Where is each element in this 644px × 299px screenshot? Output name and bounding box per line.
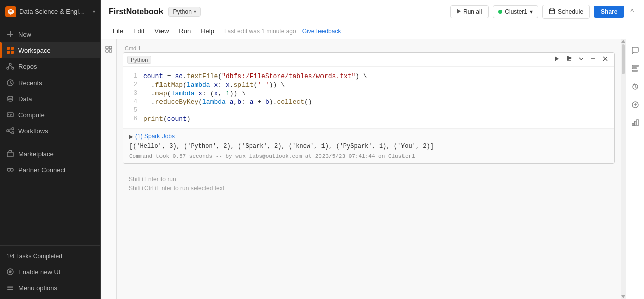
cell-1-code[interactable]: 1 count = sc.textFile("dbfs:/FileStore/t… [123,67,614,128]
cell-hint-area: Shift+Enter to run Shift+Ctrl+Enter to r… [117,170,621,200]
share-label: Share [601,8,617,15]
cell-run-below-button[interactable] [564,55,574,64]
svg-line-22 [9,129,11,131]
sidebar-item-workspace-label: Workspace [18,47,51,54]
sidebar-bottom: 1/4 Tasks Completed Enable new UI Menu o… [0,245,100,299]
partner-connect-icon [6,166,14,174]
svg-rect-6 [7,51,10,54]
sidebar-item-workspace[interactable]: Workspace [0,42,100,58]
run-all-button[interactable]: Run all [450,5,489,18]
svg-rect-29 [7,286,13,287]
header-actions: Run all Cluster1 ▾ Schedule Share ^ [450,5,636,19]
svg-rect-24 [7,152,13,157]
svg-line-11 [8,65,10,67]
sidebar-item-enable-new-ui[interactable]: Enable new UI [0,264,100,280]
menu-options-label: Menu options [18,284,57,292]
output-result: [('Hello', 3), ('Python', 2), ('Spark', … [129,143,608,150]
cell-language-badge: Python [127,56,151,64]
right-panel-outline-icon[interactable] [628,61,642,76]
compute-icon [6,111,14,119]
schedule-button[interactable]: Schedule [542,5,590,19]
language-chevron-icon: ▾ [194,9,196,14]
cell-1-toolbar: Python [123,53,614,67]
svg-rect-38 [106,50,108,52]
tasks-completed[interactable]: 1/4 Tasks Completed [0,249,100,264]
svg-rect-30 [7,287,13,288]
repos-icon [6,62,14,70]
sidebar-logo[interactable]: Data Science & Engi... ▾ [0,0,100,23]
notebook-scrollbar[interactable] [621,39,626,299]
right-panel-charts-icon[interactable] [628,116,642,130]
svg-rect-21 [12,132,14,134]
marketplace-icon [6,150,14,158]
collapse-button[interactable]: ^ [628,6,636,18]
menu-edit[interactable]: Edit [129,26,148,36]
right-panel-variables-icon[interactable] [628,98,642,112]
sidebar-item-compute-label: Compute [18,111,45,119]
spark-jobs-toggle[interactable]: ▶ (1) Spark Jobs [129,133,608,140]
menu-view[interactable]: View [150,26,173,36]
svg-marker-40 [555,56,559,61]
workspace-name: Data Science & Engi... [19,8,90,15]
sidebar-item-marketplace[interactable]: Marketplace [0,145,100,162]
cell-move-down-button[interactable] [576,55,586,64]
sidebar-item-repos-label: Repos [18,63,37,70]
cell-minimize-button[interactable] [588,55,598,64]
scroll-up-button[interactable] [621,39,626,43]
sidebar-item-data-label: Data [18,95,32,103]
svg-line-23 [9,131,11,133]
right-panel-history-icon[interactable] [628,80,642,94]
svg-rect-5 [11,47,14,50]
databricks-logo-icon [5,6,16,17]
sidebar-item-new[interactable]: New [0,26,100,42]
svg-rect-19 [7,130,9,132]
scroll-thumb[interactable] [622,44,625,74]
recents-icon [6,79,14,87]
svg-line-12 [10,65,13,67]
run-all-label: Run all [463,8,482,15]
notebook-title: FirstNotebook [109,7,163,16]
last-edit-link[interactable]: Last edit was 1 minute ago [224,28,296,35]
svg-rect-49 [632,68,636,69]
right-panel-chat-icon[interactable] [628,43,642,57]
run-icon [457,8,461,15]
feedback-link[interactable]: Give feedback [302,28,341,35]
share-button[interactable]: Share [594,6,624,18]
sidebar-item-recents[interactable]: Recents [0,74,100,91]
menu-file[interactable]: File [109,26,127,36]
code-line-1: 1 count = sc.textFile("dbfs:/FileStore/t… [123,72,614,81]
svg-rect-7 [11,51,14,54]
sidebar-item-workflows[interactable]: Workflows [0,123,100,139]
sidebar-item-menu-options[interactable]: Menu options [0,280,100,296]
svg-rect-4 [7,47,10,50]
sidebar-item-partner-connect[interactable]: Partner Connect [0,162,100,178]
cell-close-button[interactable] [600,55,610,64]
menu-run[interactable]: Run [175,26,195,36]
cell-list-icon[interactable] [105,45,113,55]
scroll-track [621,43,626,295]
cluster-selector[interactable]: Cluster1 ▾ [493,5,538,18]
menu-options-icon [6,284,14,292]
notebook-scroll-area: Cmd 1 Python [117,39,621,299]
code-line-2: 2 .flatMap(lambda x: x.split(' ')) \ [123,81,614,89]
sidebar-item-data[interactable]: Data [0,91,100,107]
svg-marker-47 [621,295,625,298]
cell-1: Python [123,52,615,164]
workspace-chevron-icon: ▾ [93,9,95,14]
svg-point-10 [12,67,14,69]
plus-icon [6,30,14,38]
schedule-label: Schedule [558,8,583,15]
sidebar-item-repos[interactable]: Repos [0,58,100,74]
svg-rect-48 [632,65,638,66]
menu-help[interactable]: Help [197,26,218,36]
sidebar-item-compute[interactable]: Compute [0,107,100,123]
code-line-4: 4 .reduceByKey(lambda a,b: a + b).collec… [123,98,614,106]
spark-jobs-arrow-icon: ▶ [129,134,133,139]
cluster-chevron-icon: ▾ [530,8,533,15]
svg-rect-3 [7,34,13,35]
svg-rect-20 [12,128,14,130]
cell-run-button[interactable] [552,55,562,64]
svg-rect-53 [632,123,634,126]
language-selector[interactable]: Python ▾ [168,7,200,17]
scroll-down-button[interactable] [621,295,626,299]
